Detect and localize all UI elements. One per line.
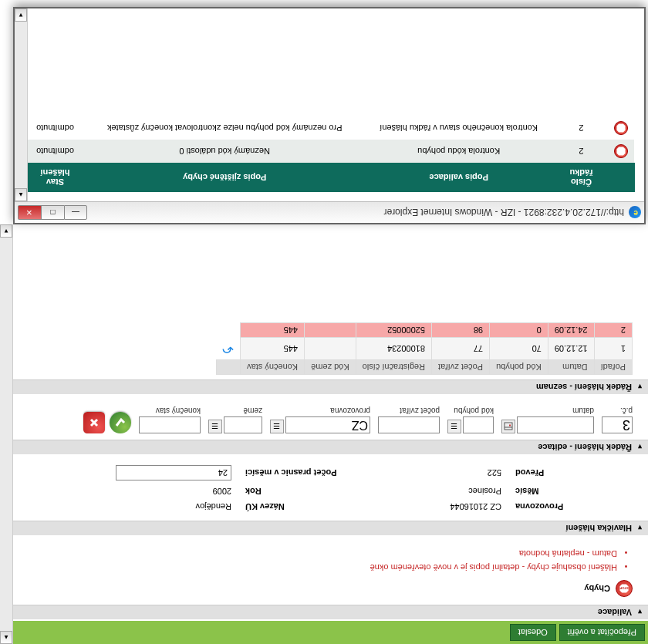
pocet-input[interactable] — [378, 416, 440, 433]
scroll-up-icon[interactable]: ▲ — [15, 188, 27, 201]
section-validace-label: Validace — [598, 608, 632, 617]
stop-icon — [615, 144, 629, 158]
chevron-down-icon: ▼ — [636, 608, 643, 615]
cancel-button[interactable] — [83, 412, 105, 433]
chevron-down-icon: ▼ — [636, 383, 643, 390]
section-seznam-label: Řádek hlášení - seznam — [536, 383, 632, 392]
scroll-down-icon[interactable]: ▼ — [0, 224, 12, 238]
stop-icon: STOP — [616, 580, 633, 597]
provoz-label: provozovna — [270, 406, 370, 415]
svg-rect-4 — [509, 425, 511, 427]
svg-rect-2 — [505, 423, 512, 430]
nazev-label: Název KÚ — [239, 502, 355, 511]
recalculate-button[interactable]: Přepočítat a ověřit — [559, 624, 645, 641]
undo-icon[interactable]: ↶ — [222, 340, 234, 357]
close-button[interactable]: ✕ — [18, 205, 41, 220]
rok-label: Rok — [239, 487, 355, 496]
stop-icon — [615, 121, 629, 135]
chevron-down-icon: ▼ — [636, 524, 643, 531]
minimize-button[interactable]: — — [64, 205, 87, 220]
svg-marker-7 — [617, 147, 626, 155]
section-editace-label: Řádek hlášení - editace — [538, 443, 632, 452]
col-konecny: Konečný stav — [241, 360, 305, 375]
prasnic-input[interactable] — [116, 465, 231, 480]
table-header-row: Číslo řádku Popis validace Popis zjištěn… — [25, 164, 635, 192]
lookup-icon[interactable]: ☰ — [270, 420, 284, 433]
lookup-icon[interactable]: ☰ — [208, 420, 222, 433]
section-seznam[interactable]: ▼ Řádek hlášení - seznam — [0, 379, 648, 394]
col-kod: Kód pohybu — [490, 360, 548, 375]
errors-panel: STOP Chyby Hlášení obsahuje chyby - deta… — [0, 537, 648, 605]
validation-table: Číslo řádku Popis validace Popis zjištěn… — [24, 116, 635, 192]
chevron-down-icon: ▼ — [636, 443, 643, 450]
mesic-value: Prosinec — [363, 487, 501, 496]
popup-title: http://172.20.4.232:8921 - IZR - Windows… — [92, 207, 624, 218]
prevod-label: Převod — [509, 468, 625, 477]
pc-input[interactable] — [602, 416, 633, 433]
nazev-value: Rendějov — [77, 502, 231, 511]
svg-text:STOP: STOP — [619, 586, 629, 590]
calendar-icon[interactable] — [501, 420, 515, 433]
provozovna-label: Provozovna — [509, 502, 625, 511]
col-poradi: Pořadí — [594, 360, 632, 375]
svg-marker-8 — [617, 123, 626, 132]
prasnic-label: Počet prasnic v měsíci — [239, 468, 355, 477]
col-pocet: Počet zvířat — [431, 360, 489, 375]
scroll-track[interactable] — [15, 22, 27, 188]
konecny-label: konečný stav — [139, 406, 201, 415]
error-list: Hlášení obsahuje chyby - detailní popis … — [15, 549, 617, 572]
validation-popup: http://172.20.4.232:8921 - IZR - Windows… — [13, 7, 646, 224]
popup-titlebar[interactable]: http://172.20.4.232:8921 - IZR - Windows… — [15, 201, 644, 223]
kod-label: kód pohybu — [447, 406, 494, 415]
pc-label: p.č. — [602, 406, 633, 415]
kod-input[interactable] — [463, 416, 494, 433]
col-popis-chyby: Popis zjištěné chyby — [86, 164, 363, 192]
datum-input[interactable] — [517, 416, 594, 433]
col-datum: Datum — [548, 360, 594, 375]
section-hlavicka-label: Hlavička hlášení — [565, 524, 632, 533]
scroll-down-icon[interactable]: ▼ — [15, 8, 27, 22]
error-item: Datum - neplatná hodnota — [15, 549, 617, 558]
table-header-row: Pořadí Datum Kód pohybu Počet zvířat Reg… — [216, 360, 632, 375]
zeme-label: země — [208, 406, 262, 415]
provozovna-value: CZ 21016044 — [363, 502, 501, 511]
rok-value: 2009 — [77, 487, 231, 496]
list-table: Pořadí Datum Kód pohybu Počet zvířat Reg… — [216, 323, 633, 376]
section-hlavicka[interactable]: ▼ Hlavička hlášení — [0, 521, 648, 535]
prevod-value: 522 — [363, 468, 501, 477]
errors-title: Chyby — [584, 584, 610, 593]
scroll-track[interactable] — [0, 238, 12, 631]
edit-row: p.č. datum ☰ kód pohybu počet zvířat — [0, 396, 648, 440]
scroll-up-icon[interactable]: ▲ — [0, 631, 12, 644]
maximize-button[interactable]: □ — [41, 205, 64, 220]
lookup-icon[interactable]: ☰ — [447, 420, 461, 433]
datum-label: datum — [501, 406, 594, 415]
table-row: 2 Kontrola kódu pohybu Neznámý kód událo… — [25, 140, 635, 164]
table-row: 2 Kontrola konečného stavu v řádku hláše… — [25, 116, 635, 140]
table-row[interactable]: 1 12.12.09 70 77 81000234 445 ↶ — [216, 338, 632, 360]
confirm-button[interactable] — [110, 412, 131, 433]
provoz-input[interactable] — [285, 416, 370, 433]
action-toolbar: Přepočítat a ověřit Odeslat — [0, 621, 648, 644]
send-button[interactable]: Odeslat — [510, 624, 556, 641]
col-cislo: Číslo řádku — [555, 164, 609, 192]
table-row[interactable]: 2 24.12.09 0 98 52000052 445 — [216, 323, 632, 338]
scrollbar-vertical[interactable]: ▲ ▼ — [0, 224, 13, 644]
konecny-input[interactable] — [139, 416, 201, 433]
zeme-input[interactable] — [224, 416, 262, 433]
ie-favicon-icon — [629, 207, 641, 219]
col-action — [216, 360, 241, 375]
pocet-label: počet zvířat — [378, 406, 440, 415]
error-item: Hlášení obsahuje chyby - detailní popis … — [15, 563, 617, 572]
popup-body: Číslo řádku Popis validace Popis zjištěn… — [15, 8, 644, 201]
section-editace[interactable]: ▼ Řádek hlášení - editace — [0, 440, 648, 454]
col-reg: Registrační číslo — [356, 360, 431, 375]
mesic-label: Měsíc — [509, 487, 625, 496]
col-popis-validace: Popis validace — [363, 164, 555, 192]
popup-scrollbar[interactable]: ▲ ▼ — [15, 8, 28, 201]
header-panel: Provozovna CZ 21016044 Název KÚ Rendějov… — [0, 456, 648, 521]
section-validace[interactable]: ▼ Validace — [0, 605, 648, 619]
col-stav: Stav hlášení — [25, 164, 86, 192]
col-zeme: Kód země — [305, 360, 356, 375]
